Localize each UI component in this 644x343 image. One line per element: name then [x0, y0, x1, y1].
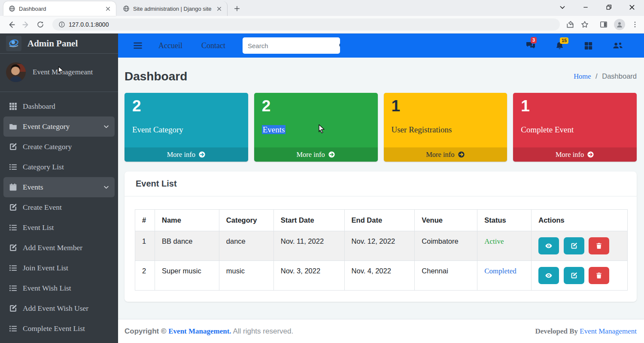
- list-icon: [9, 284, 18, 293]
- sidebar-item-event-category[interactable]: Event Category: [3, 116, 115, 137]
- more-info-link[interactable]: More info: [254, 147, 378, 162]
- sidebar-item-category-list[interactable]: Category List: [3, 157, 115, 177]
- card-label: Complete Event: [513, 116, 637, 135]
- list-icon: [9, 263, 18, 273]
- search-button[interactable]: [338, 37, 340, 54]
- reload-button[interactable]: [34, 18, 46, 31]
- trash-icon: [595, 272, 603, 279]
- sidebar-item-create-category[interactable]: Create Category: [3, 137, 115, 157]
- more-info-link[interactable]: More info: [384, 147, 507, 162]
- navbar-search: [243, 37, 340, 54]
- event-list-card: Event List # Name Category Start Date En…: [125, 172, 637, 302]
- top-navbar: Accueil Contact 3 15: [118, 34, 644, 58]
- sidebar-item-events[interactable]: Events: [3, 177, 115, 197]
- eye-icon: [545, 272, 553, 279]
- table-row: 2 Super music music Nov. 3, 2022 Nov. 4,…: [135, 261, 628, 291]
- col-header-name: Name: [155, 210, 219, 231]
- sidebar-item-complete-event-list[interactable]: Complete Event List: [3, 318, 115, 339]
- card-complete-event: 1 Complete Event More info: [513, 93, 637, 162]
- page-info-icon[interactable]: [58, 21, 65, 28]
- back-button[interactable]: [5, 18, 17, 31]
- sidebar-item-event-wish-list[interactable]: Event Wish List: [3, 278, 115, 298]
- sidebar-item-join-event-list[interactable]: Join Event List: [3, 258, 115, 278]
- browser-tab-dashboard[interactable]: Dashboard: [3, 1, 116, 16]
- card-user-registrations: 1 User Registrations More info: [384, 93, 507, 162]
- col-header-category: Category: [219, 210, 273, 231]
- nav-link-accueil[interactable]: Accueil: [158, 41, 182, 50]
- developed-by-text: Developed By: [535, 327, 580, 335]
- browser-tab-strip: Dashboard Site administration | Django s…: [0, 0, 644, 16]
- event-list-title: Event List: [125, 172, 637, 196]
- side-panel-icon[interactable]: [599, 20, 608, 29]
- card-label: Event Category: [125, 116, 248, 135]
- copyright-link[interactable]: Event Management.: [168, 327, 231, 335]
- new-tab-button[interactable]: [231, 3, 243, 15]
- sidebar-item-event-list[interactable]: Event List: [3, 217, 115, 238]
- developed-by-link[interactable]: Event Management: [580, 327, 637, 335]
- chevron-down-icon: [103, 123, 109, 130]
- bookmark-star-icon[interactable]: [580, 20, 589, 29]
- col-header-start: Start Date: [273, 210, 344, 231]
- tab-close-button[interactable]: [215, 5, 223, 12]
- card-event-category: 2 Event Category More info: [125, 93, 248, 162]
- brand[interactable]: Admin Panel: [0, 34, 118, 54]
- address-bar[interactable]: 127.0.0.1:8000: [52, 18, 560, 31]
- status-badge: Completed: [484, 267, 516, 275]
- forward-button[interactable]: [20, 18, 32, 31]
- user-name: Event Managemeant: [33, 68, 93, 77]
- share-icon[interactable]: [566, 20, 574, 29]
- arrow-circle-right-icon: [587, 151, 594, 158]
- edit-icon: [9, 203, 18, 212]
- breadcrumb-current: Dashboard: [602, 72, 637, 80]
- card-value: 2: [125, 93, 248, 116]
- window-minimize-button[interactable]: [581, 3, 590, 12]
- card-events: 2 Events More info: [254, 93, 378, 162]
- window-restore-button[interactable]: [605, 3, 613, 12]
- arrow-circle-right-icon: [458, 151, 465, 158]
- users-icon[interactable]: [612, 40, 623, 51]
- view-button[interactable]: [538, 237, 559, 254]
- sidebar-item-add-event-member[interactable]: Add Event Member: [3, 238, 115, 258]
- browser-menu-kebab-icon[interactable]: [631, 21, 639, 28]
- browser-tab-django-admin[interactable]: Site administration | Django site: [118, 1, 228, 16]
- more-info-link[interactable]: More info: [513, 147, 637, 162]
- nav-link-contact[interactable]: Contact: [201, 41, 225, 50]
- col-header-venue: Venue: [415, 210, 477, 231]
- card-value: 1: [384, 93, 507, 116]
- hamburger-icon[interactable]: [133, 40, 143, 51]
- view-button[interactable]: [538, 267, 559, 284]
- sidebar-menu: Dashboard Event Category Create Category…: [0, 92, 118, 343]
- edit-icon: [570, 242, 578, 250]
- user-panel[interactable]: Event Managemeant: [0, 54, 118, 92]
- more-info-link[interactable]: More info: [125, 147, 248, 162]
- breadcrumb-home-link[interactable]: Home: [574, 72, 591, 80]
- card-label: Events: [254, 116, 378, 135]
- messages-button[interactable]: 3: [526, 40, 536, 51]
- notifications-button[interactable]: 15: [555, 41, 565, 51]
- delete-button[interactable]: [589, 237, 609, 254]
- search-input[interactable]: [243, 37, 338, 54]
- delete-button[interactable]: [589, 267, 609, 284]
- sidebar-item-add-event-wish-user[interactable]: Add Event Wish User: [3, 298, 115, 318]
- eye-icon: [545, 242, 553, 250]
- sidebar-item-create-event[interactable]: Create Event: [3, 197, 115, 217]
- status-badge: Active: [484, 237, 504, 245]
- edit-button[interactable]: [564, 267, 584, 284]
- notifications-badge: 15: [560, 37, 568, 44]
- window-close-button[interactable]: [628, 3, 636, 12]
- grid-icon[interactable]: [583, 41, 593, 51]
- sidebar-item-dashboard[interactable]: Dashboard: [3, 96, 115, 116]
- tab-close-button[interactable]: [104, 5, 112, 12]
- tab-search-chevron-icon[interactable]: [558, 3, 567, 12]
- col-header-status: Status: [477, 210, 532, 231]
- brand-title: Admin Panel: [27, 38, 78, 49]
- browser-toolbar: 127.0.0.1:8000: [0, 16, 644, 34]
- card-value: 2: [254, 93, 378, 116]
- edit-icon: [9, 304, 18, 313]
- profile-avatar-button[interactable]: [614, 19, 625, 30]
- globe-favicon-icon: [123, 5, 130, 12]
- col-header-actions: Actions: [532, 210, 628, 231]
- edit-icon: [9, 243, 18, 252]
- edit-button[interactable]: [564, 237, 584, 254]
- brand-logo-icon: [6, 36, 21, 51]
